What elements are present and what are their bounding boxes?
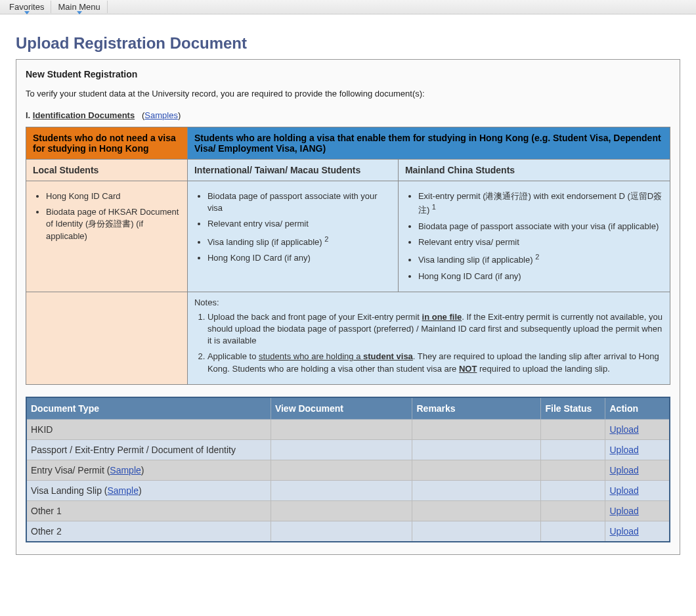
footnote-2: 2	[535, 253, 539, 261]
th-doc-type: Document Type	[26, 397, 271, 420]
col-local: Local Students	[26, 160, 188, 181]
subsection-header: I. Identification Documents (Samples)	[26, 110, 670, 120]
page-title: Upload Registration Document	[16, 34, 680, 53]
view-doc-cell	[271, 500, 412, 521]
action-cell: Upload	[605, 480, 670, 500]
th-action: Action	[605, 397, 670, 420]
subsection-label: Identification Documents	[33, 110, 135, 120]
mainland-item: Relevant entry visa/ permit	[418, 236, 663, 248]
file-status-cell	[541, 521, 605, 542]
view-doc-cell	[271, 521, 412, 542]
table-row: Other 1Upload	[26, 500, 670, 521]
cell-local-empty	[26, 292, 188, 384]
remarks-cell	[412, 460, 541, 480]
view-doc-cell	[271, 480, 412, 500]
view-doc-cell	[271, 419, 412, 439]
note-2: Applicable to students who are holding a…	[207, 351, 663, 374]
action-cell: Upload	[605, 439, 670, 460]
doc-type-cell: Visa Landing Slip (Sample)	[26, 480, 271, 500]
header-no-visa: Students who do not need a visa for stud…	[26, 127, 188, 160]
remarks-cell	[412, 480, 541, 500]
intl-item: Relevant entry visa/ permit	[207, 218, 391, 230]
col-mainland: Mainland China Students	[398, 160, 670, 181]
document-upload-table: Document Type View Document Remarks File…	[26, 397, 670, 542]
mainland-item: Hong Kong ID Card (if any)	[418, 271, 663, 282]
mainland-item: Exit-entry permit (港澳通行證) with exit endo…	[418, 190, 663, 217]
content-area: Upload Registration Document New Student…	[0, 14, 696, 565]
notes-label: Notes:	[194, 297, 663, 307]
note-1: Upload the back and front page of your E…	[207, 311, 663, 347]
notes-cell: Notes: Upload the back and front page of…	[187, 292, 670, 384]
header-visa: Students who are holding a visa that ena…	[187, 127, 670, 160]
footnote-1: 1	[432, 203, 436, 211]
table-row: HKIDUpload	[26, 419, 670, 439]
intl-item: Visa landing slip (if applicable) 2	[207, 234, 391, 249]
upload-link[interactable]: Upload	[609, 445, 638, 455]
file-status-cell	[541, 480, 605, 500]
upload-link[interactable]: Upload	[609, 526, 638, 537]
sample-link[interactable]: Sample	[110, 465, 141, 475]
view-doc-cell	[271, 439, 412, 460]
menubar-favorites[interactable]: Favorites	[3, 1, 51, 13]
paren-close: )	[178, 110, 181, 120]
upload-link[interactable]: Upload	[609, 465, 638, 475]
intl-item: Hong Kong ID Card (if any)	[207, 252, 391, 264]
doc-type-cell: Other 1	[26, 500, 271, 521]
col-intl: International/ Taiwan/ Macau Students	[187, 160, 398, 181]
file-status-cell	[541, 419, 605, 439]
samples-link[interactable]: Samples	[144, 110, 178, 120]
table-row: Other 2Upload	[26, 521, 670, 542]
table-row: Entry Visa/ Permit (Sample)Upload	[26, 460, 670, 480]
th-file-status: File Status	[541, 397, 605, 420]
file-status-cell	[541, 500, 605, 521]
file-status-cell	[541, 460, 605, 480]
doc-type-cell: Other 2	[26, 521, 271, 542]
cell-mainland: Exit-entry permit (港澳通行證) with exit endo…	[398, 181, 670, 292]
upload-link[interactable]: Upload	[609, 485, 638, 496]
lead-text: To verify your student data at the Unive…	[26, 89, 670, 99]
action-cell: Upload	[605, 419, 670, 439]
doc-type-cell: HKID	[26, 419, 271, 439]
remarks-cell	[412, 500, 541, 521]
action-cell: Upload	[605, 500, 670, 521]
doc-type-cell: Passport / Exit-Entry Permit / Document …	[26, 439, 271, 460]
remarks-cell	[412, 521, 541, 542]
doc-type-cell: Entry Visa/ Permit (Sample)	[26, 460, 271, 480]
mainland-item: Biodata page of passport associate with …	[418, 221, 663, 232]
table-row: Visa Landing Slip (Sample)Upload	[26, 480, 670, 500]
th-view-doc: View Document	[271, 397, 412, 420]
sample-link[interactable]: Sample	[107, 485, 138, 496]
mainland-item: Visa landing slip (if applicable) 2	[418, 252, 663, 267]
roman-numeral: I.	[26, 110, 30, 120]
intl-item: Biodata page of passport associate with …	[207, 190, 391, 214]
menubar: Favorites Main Menu	[0, 0, 696, 14]
cell-intl: Biodata page of passport associate with …	[187, 181, 398, 292]
table-row: Passport / Exit-Entry Permit / Document …	[26, 439, 670, 460]
action-cell: Upload	[605, 460, 670, 480]
footnote-2: 2	[324, 235, 328, 243]
upload-link[interactable]: Upload	[609, 506, 638, 516]
upload-link[interactable]: Upload	[609, 424, 638, 435]
info-table: Students who do not need a visa for stud…	[26, 127, 670, 385]
view-doc-cell	[271, 460, 412, 480]
cell-local: Hong Kong ID Card Biodata page of HKSAR …	[26, 181, 188, 292]
action-cell: Upload	[605, 521, 670, 542]
local-item: Biodata page of HKSAR Document of Identi…	[46, 206, 181, 242]
remarks-cell	[412, 419, 541, 439]
menubar-mainmenu[interactable]: Main Menu	[51, 1, 107, 13]
th-remarks: Remarks	[412, 397, 541, 420]
registration-panel: New Student Registration To verify your …	[16, 59, 680, 555]
local-item: Hong Kong ID Card	[46, 190, 181, 202]
remarks-cell	[412, 439, 541, 460]
file-status-cell	[541, 439, 605, 460]
section-title: New Student Registration	[26, 69, 670, 79]
